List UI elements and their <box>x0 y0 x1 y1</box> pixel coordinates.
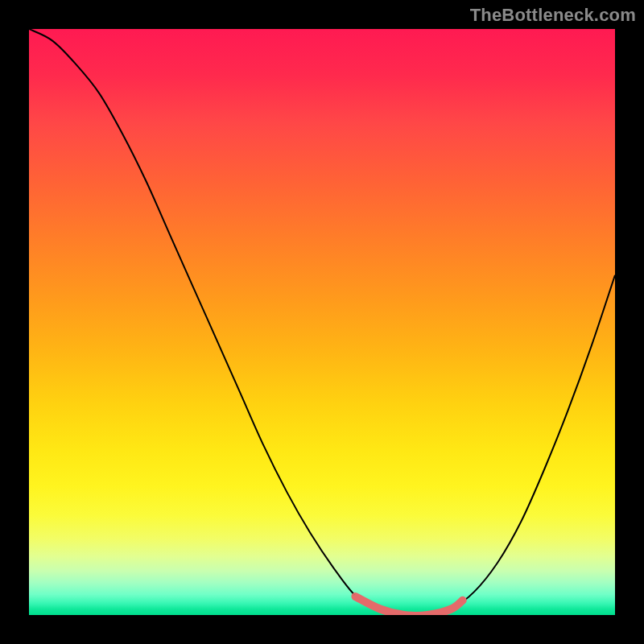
plot-area <box>29 29 615 615</box>
chart-frame: TheBottleneck.com <box>0 0 644 644</box>
highlight-segment <box>356 597 463 615</box>
watermark-text: TheBottleneck.com <box>470 5 636 26</box>
chart-svg <box>29 29 615 615</box>
bottleneck-curve <box>29 29 615 615</box>
